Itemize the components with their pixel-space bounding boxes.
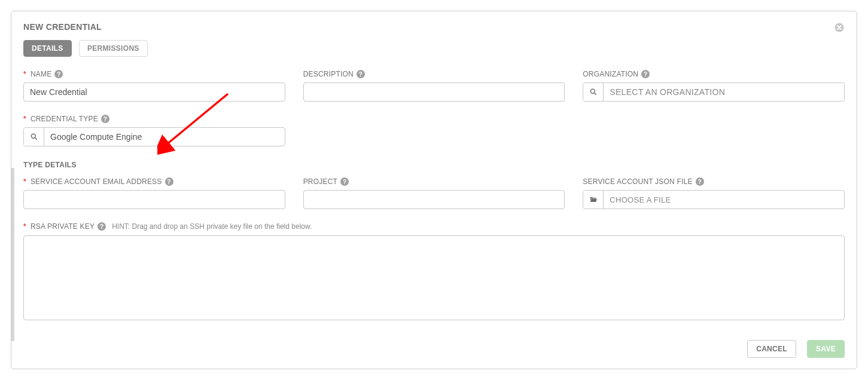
help-icon[interactable]: ? [101,115,109,123]
name-input[interactable] [23,82,285,102]
required-marker: * [23,222,26,231]
footer-buttons: CANCEL SAVE [747,340,845,358]
search-icon[interactable] [583,83,604,101]
project-label: PROJECT ? [303,177,565,186]
cancel-button[interactable]: CANCEL [747,340,796,358]
json-file-placeholder: CHOOSE A FILE [604,191,844,209]
name-label: * NAME ? [23,70,285,78]
form-grid-main: * NAME ? DESCRIPTION ? ORGANIZATION ? [23,70,845,146]
credential-panel: NEW CREDENTIAL DETAILS PERMISSIONS * NAM… [11,11,857,369]
field-project: PROJECT ? [303,177,565,209]
required-marker: * [23,115,26,123]
field-json-file: SERVICE ACCOUNT JSON FILE ? CHOOSE A FIL… [583,177,845,209]
project-input[interactable] [303,190,565,209]
field-service-account-email: * SERVICE ACCOUNT EMAIL ADDRESS ? [23,177,285,209]
svg-line-4 [35,138,36,140]
tabs: DETAILS PERMISSIONS [23,40,845,57]
field-description: DESCRIPTION ? [303,70,565,102]
rsa-label-text: RSA PRIVATE KEY [31,222,95,231]
organization-label-text: ORGANIZATION [583,70,638,78]
rsa-label-row: * RSA PRIVATE KEY ? HINT: Drag and drop … [23,222,845,231]
required-marker: * [23,177,26,186]
required-marker: * [23,70,26,78]
credential-type-label: * CREDENTIAL TYPE ? [23,115,285,123]
section-indicator-bar [11,168,14,341]
organization-lookup [583,82,845,102]
json-file-picker[interactable]: CHOOSE A FILE [583,190,845,209]
save-button[interactable]: SAVE [807,340,845,358]
description-label-text: DESCRIPTION [303,70,354,78]
field-organization: ORGANIZATION ? [583,70,845,102]
rsa-label: * RSA PRIVATE KEY ? [23,222,106,231]
search-icon[interactable] [24,128,44,146]
panel-title: NEW CREDENTIAL [23,22,845,32]
credential-type-lookup [23,127,285,146]
rsa-private-key-textarea[interactable] [23,235,845,320]
field-credential-type: * CREDENTIAL TYPE ? [23,115,285,146]
field-name: * NAME ? [23,70,285,102]
organization-label: ORGANIZATION ? [583,70,845,78]
help-icon[interactable]: ? [641,70,650,78]
project-label-text: PROJECT [303,177,337,186]
svg-point-1 [590,89,595,93]
name-label-text: NAME [31,70,51,78]
service-account-email-input[interactable] [23,190,285,209]
help-icon[interactable]: ? [165,177,173,186]
tab-details[interactable]: DETAILS [23,40,72,57]
type-details-header: TYPE DETAILS [23,161,845,169]
rsa-hint: HINT: Drag and drop an SSH private key f… [112,222,312,231]
help-icon[interactable]: ? [340,177,349,186]
credential-type-label-text: CREDENTIAL TYPE [31,115,98,123]
json-file-label-text: SERVICE ACCOUNT JSON FILE [583,177,692,186]
help-icon[interactable]: ? [98,222,106,231]
help-icon[interactable]: ? [54,70,63,78]
folder-open-icon[interactable] [583,191,604,209]
credential-type-input[interactable] [44,128,285,146]
svg-line-2 [595,93,596,95]
service-account-email-label: * SERVICE ACCOUNT EMAIL ADDRESS ? [23,177,285,186]
svg-point-3 [31,134,35,138]
service-account-email-label-text: SERVICE ACCOUNT EMAIL ADDRESS [31,177,162,186]
help-icon[interactable]: ? [357,70,365,78]
form-grid-type-details: * SERVICE ACCOUNT EMAIL ADDRESS ? PROJEC… [23,177,845,209]
json-file-label: SERVICE ACCOUNT JSON FILE ? [583,177,845,186]
description-label: DESCRIPTION ? [303,70,565,78]
help-icon[interactable]: ? [696,177,704,186]
organization-input[interactable] [604,83,844,101]
tab-permissions[interactable]: PERMISSIONS [79,40,148,57]
description-input[interactable] [303,82,565,102]
close-icon[interactable] [834,22,845,33]
